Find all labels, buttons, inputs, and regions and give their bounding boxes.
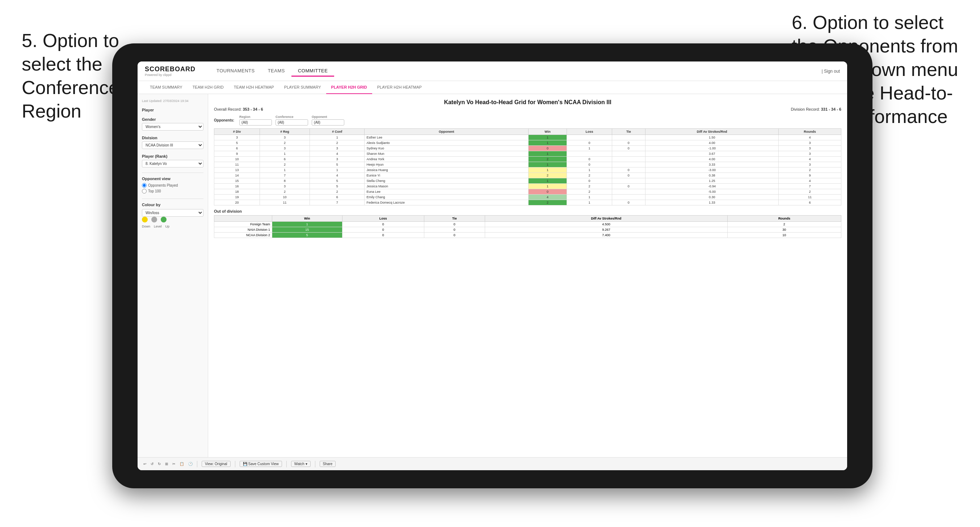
cell-rounds: 4 xyxy=(779,135,842,140)
colour-select[interactable]: Win/loss xyxy=(142,209,204,217)
main-content: Last Updated: 27/03/2024 19:34 Player Ge… xyxy=(138,94,847,457)
cell-rounds: 4 xyxy=(779,157,842,162)
cell-reg: 2 xyxy=(260,189,310,195)
logo-text: SCOREBOARD xyxy=(145,65,196,73)
cell-reg: 1 xyxy=(260,167,310,173)
cell-div: 6 xyxy=(214,146,260,151)
out-table-row: NCAA Division 2 5 0 0 7.400 10 xyxy=(214,233,842,238)
opponent-filter-select[interactable]: (All) xyxy=(312,119,344,125)
grid-btn[interactable]: ⊞ xyxy=(165,462,168,466)
cell-diff: 0.30 xyxy=(646,195,779,200)
view-original-btn[interactable]: View: Original xyxy=(202,461,231,467)
table-row: 5 2 2 Alexis Sudjianto 1 0 0 4.00 3 xyxy=(214,140,842,146)
cell-conf: 5 xyxy=(310,178,364,184)
sidebar-opponent-view-section: Opponent view Opponents Played Top 100 xyxy=(142,176,204,194)
cell-opponent: Sharon Mun xyxy=(364,151,528,157)
cut-btn[interactable]: ✂ xyxy=(172,462,175,466)
sign-out[interactable]: | Sign out xyxy=(822,69,840,74)
dot-down xyxy=(142,217,148,222)
cell-conf: 7 xyxy=(310,200,364,205)
sub-tab-player-h2h-grid[interactable]: PLAYER H2H GRID xyxy=(326,81,372,94)
cell-diff: -3.00 xyxy=(646,167,779,173)
table-row: 18 2 2 Euna Lee 0 2 -5.00 2 xyxy=(214,189,842,195)
undo-btn[interactable]: ↩ xyxy=(143,462,146,466)
cell-win: 1 xyxy=(528,178,566,184)
cell-rounds: 9 xyxy=(779,173,842,178)
toolbar-divider-1 xyxy=(197,461,197,467)
cell-diff: -0.94 xyxy=(646,184,779,189)
table-row: 13 1 1 Jessica Huang 1 1 0 -3.00 2 xyxy=(214,167,842,173)
sub-tab-player-h2h-heatmap[interactable]: PLAYER H2H HEATMAP xyxy=(372,81,427,94)
sidebar-player-rank-section: Player (Rank) 8. Katelyn Vo xyxy=(142,154,204,167)
watch-btn[interactable]: Watch ▾ xyxy=(291,461,310,467)
cell-div: 5 xyxy=(214,140,260,146)
cell-loss: 2 xyxy=(567,184,612,189)
cell-conf: 4 xyxy=(310,173,364,178)
out-cell-rounds: 30 xyxy=(727,227,841,233)
cell-opponent: Jessica Huang xyxy=(364,167,528,173)
table-row: 16 3 5 Jessica Mason 1 2 0 -0.94 7 xyxy=(214,184,842,189)
out-cell-tie: 0 xyxy=(424,227,485,233)
cell-loss: 0 xyxy=(567,157,612,162)
out-cell-diff: 4.500 xyxy=(485,222,728,227)
table-row: 11 2 5 Heejo Hyun 1 0 3.33 3 xyxy=(214,162,842,167)
table-row: 15 8 5 Stella Cheng 1 0 1.25 4 xyxy=(214,178,842,184)
nav-tab-tournaments[interactable]: TOURNAMENTS xyxy=(210,66,261,77)
nav-tab-teams[interactable]: TEAMS xyxy=(261,66,291,77)
sidebar-gender-section: Gender Women's xyxy=(142,117,204,130)
save-custom-btn[interactable]: 💾 Save Custom View xyxy=(240,461,282,467)
division-select[interactable]: NCAA Division III xyxy=(142,141,204,149)
table-row: 9 1 4 Sharon Mun 1 3.67 3 xyxy=(214,151,842,157)
out-cell-loss: 0 xyxy=(342,233,424,238)
out-cell-win: 15 xyxy=(272,227,342,233)
sub-tab-team-h2h-grid[interactable]: TEAM H2H GRID xyxy=(188,81,229,94)
conference-filter-select[interactable]: (All) xyxy=(275,119,308,125)
nav-tab-committee[interactable]: COMMITTEE xyxy=(291,66,334,77)
radio-top-100[interactable]: Top 100 xyxy=(142,189,204,194)
cell-diff: 1.50 xyxy=(646,135,779,140)
radio-opponents-played[interactable]: Opponents Played xyxy=(142,183,204,188)
out-col-loss: Loss xyxy=(342,216,424,222)
redo-btn[interactable]: ↻ xyxy=(158,462,161,466)
cell-win: 0 xyxy=(528,189,566,195)
out-cell-diff: 9.267 xyxy=(485,227,728,233)
cell-opponent: Emily Chang xyxy=(364,195,528,200)
sub-tab-team-h2h-heatmap[interactable]: TEAM H2H HEATMAP xyxy=(229,81,279,94)
cell-conf: 5 xyxy=(310,184,364,189)
col-rounds: Rounds xyxy=(779,129,842,135)
col-win: Win xyxy=(528,129,566,135)
sub-nav: TEAM SUMMARY TEAM H2H GRID TEAM H2H HEAT… xyxy=(138,81,847,94)
cell-div: 16 xyxy=(214,184,260,189)
gender-select[interactable]: Women's xyxy=(142,123,204,130)
col-diff: Diff Av Strokes/Rnd xyxy=(646,129,779,135)
out-col-diff: Diff Av Strokes/Rnd xyxy=(485,216,728,222)
cell-loss: 1 xyxy=(567,200,612,205)
region-filter-select[interactable]: (All) xyxy=(239,119,272,125)
paste-btn[interactable]: 📋 xyxy=(180,462,184,466)
player-rank-select[interactable]: 8. Katelyn Vo xyxy=(142,160,204,167)
cell-tie xyxy=(612,189,646,195)
out-col-tie: Tie xyxy=(424,216,485,222)
content-area: Katelyn Vo Head-to-Head Grid for Women's… xyxy=(208,94,847,457)
logo-area: SCOREBOARD Powered by clippd xyxy=(145,65,196,77)
cell-reg: 7 xyxy=(260,173,310,178)
clock-btn[interactable]: 🕐 xyxy=(188,462,192,466)
sub-tab-team-summary[interactable]: TEAM SUMMARY xyxy=(145,81,188,94)
table-row: 3 3 1 Esther Lee 1 1.50 4 xyxy=(214,135,842,140)
h2h-table: # Div # Reg # Conf Opponent Win Loss Tie… xyxy=(214,129,842,205)
out-cell-tie: 0 xyxy=(424,222,485,227)
cell-tie xyxy=(612,135,646,140)
out-col-name xyxy=(214,216,272,222)
share-btn[interactable]: Share xyxy=(320,461,336,467)
cell-win: 2 xyxy=(528,157,566,162)
opponent-view-label: Opponent view xyxy=(142,176,204,181)
out-cell-rounds: 10 xyxy=(727,233,841,238)
opponent-filter-group: Opponent (All) xyxy=(312,115,344,125)
sub-tab-player-summary[interactable]: PLAYER SUMMARY xyxy=(279,81,326,94)
cell-opponent: Alexis Sudjianto xyxy=(364,140,528,146)
col-conf: # Conf xyxy=(310,129,364,135)
cell-loss: 2 xyxy=(567,189,612,195)
out-col-rounds: Rounds xyxy=(727,216,841,222)
redo-prev-btn[interactable]: ↺ xyxy=(151,462,153,466)
colour-dots xyxy=(142,217,204,222)
